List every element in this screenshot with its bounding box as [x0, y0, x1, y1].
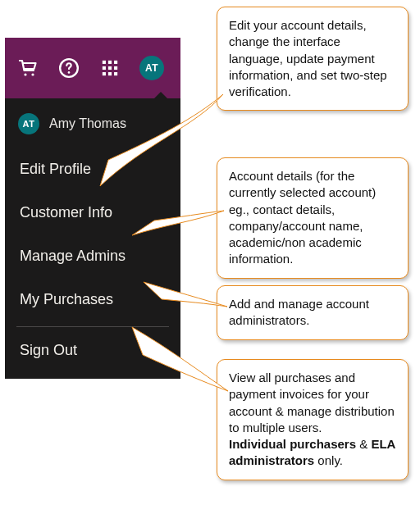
- callout-text: View all purchases and payment invoices …: [229, 371, 395, 434]
- svg-rect-9: [114, 66, 117, 70]
- apps-grid-icon[interactable]: [98, 57, 121, 80]
- callout-text: Edit your account details, change the in…: [229, 18, 387, 98]
- svg-point-1: [31, 73, 34, 75]
- cart-icon[interactable]: [16, 57, 39, 80]
- svg-rect-12: [114, 72, 117, 75]
- callout-text: &: [356, 437, 371, 451]
- help-icon[interactable]: [57, 57, 80, 80]
- top-bar: AT: [5, 38, 180, 98]
- callout-text: Add and manage account administrators.: [229, 297, 369, 327]
- callout-customer-info: Account details (for the currently selec…: [217, 157, 409, 279]
- svg-rect-7: [103, 66, 106, 70]
- svg-point-0: [24, 73, 26, 75]
- callout-text: Account details (for the currently selec…: [229, 169, 376, 266]
- callout-manage-admins: Add and manage account administrators.: [217, 285, 409, 340]
- dropdown-separator: [16, 326, 169, 327]
- callout-text: only.: [314, 453, 343, 467]
- callout-bold: Individual purchasers: [229, 437, 356, 451]
- menu-item-my-purchases[interactable]: My Purchases: [5, 278, 180, 321]
- svg-rect-4: [103, 61, 106, 64]
- menu-item-customer-info[interactable]: Customer Info: [5, 191, 180, 234]
- svg-rect-5: [108, 61, 112, 64]
- callout-my-purchases: View all purchases and payment invoices …: [217, 359, 409, 480]
- avatar-small: AT: [18, 113, 39, 134]
- svg-rect-8: [108, 66, 112, 70]
- svg-rect-10: [103, 72, 106, 75]
- menu-item-edit-profile[interactable]: Edit Profile: [5, 148, 180, 191]
- dropdown-user-row: AT Amy Thomas: [5, 98, 180, 148]
- account-dropdown: AT Amy Thomas Edit Profile Customer Info…: [5, 98, 180, 379]
- dropdown-username: Amy Thomas: [49, 116, 126, 131]
- avatar[interactable]: AT: [139, 56, 164, 80]
- svg-point-3: [68, 71, 71, 74]
- menu-item-manage-admins[interactable]: Manage Admins: [5, 234, 180, 278]
- callout-edit-profile: Edit your account details, change the in…: [217, 7, 409, 111]
- menu-item-sign-out[interactable]: Sign Out: [5, 329, 180, 372]
- svg-rect-11: [108, 72, 112, 75]
- svg-rect-6: [114, 61, 117, 64]
